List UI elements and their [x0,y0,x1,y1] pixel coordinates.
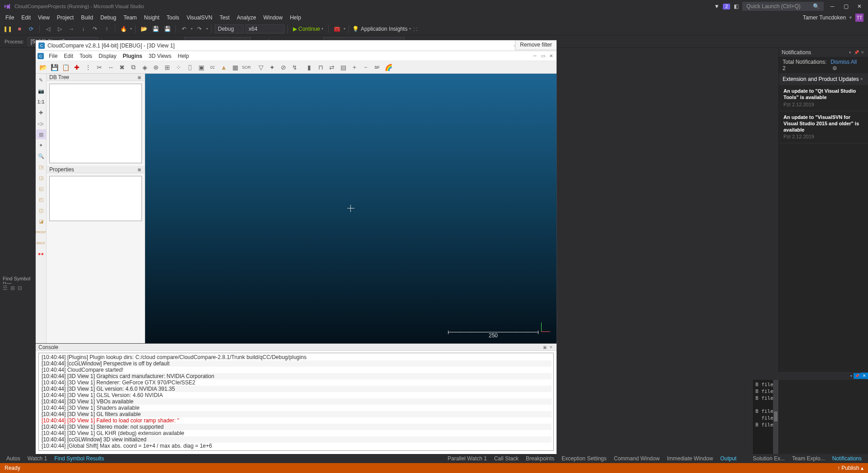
tab-command-window[interactable]: Command Window [610,454,663,463]
tab-watch1[interactable]: Watch 1 [24,454,51,463]
nav-back-button[interactable]: ◁ [43,24,53,34]
cc-scalar-3-icon[interactable]: ⊘ [278,62,289,73]
tab-autos[interactable]: Autos [3,454,24,463]
redo-button[interactable]: ↷ [194,24,204,34]
cc-scalar-4-icon[interactable]: ↯ [289,62,300,73]
console-line[interactable]: [10:40:44] [3D View 1] VBOs available [41,398,552,405]
notif-dropdown-icon[interactable]: ▾ [847,50,853,55]
console-line[interactable]: [10:40:44] [3D View 1] GL filters availa… [41,411,552,417]
output-scroll-thumb[interactable] [774,412,778,421]
solution-platform-dropdown[interactable]: x64 [245,24,284,33]
cc-view-side-icon[interactable]: ◱ [36,184,46,194]
cc-properties-panel[interactable] [49,176,142,221]
menu-view[interactable]: View [34,13,53,22]
cc-console-listbox[interactable]: [10:40:44] [Plugins] Plugin lookup dirs:… [38,353,554,451]
console-line[interactable]: [10:40:44] [3D View 1] Renderer: GeForce… [41,379,552,386]
pause-button[interactable]: ❚❚ [3,24,13,34]
notif-pin-icon[interactable]: 📌 [854,50,859,55]
stop-debug-button[interactable]: ■ [14,24,24,34]
cc-pick-icon[interactable]: ✚ [71,62,82,73]
nav-fwd-button[interactable]: ▷ [55,24,65,34]
cc-refresh-icon[interactable]: ◁⬨ [36,118,46,128]
console-line[interactable]: [10:40:44] [Plugins] Plugin lookup dirs:… [41,354,552,360]
cc-grid-icon[interactable]: ▦ [230,62,241,73]
cc-sor-icon[interactable]: SOR [241,62,252,73]
menu-build[interactable]: Build [77,13,97,22]
notif-dismiss-all-link[interactable]: Dismiss All [830,59,857,65]
menu-file[interactable]: File [2,13,18,22]
cc-center-icon[interactable]: ✦ [36,140,46,150]
cc-flickr-icon[interactable]: ●● [36,249,46,259]
toolbox-button[interactable]: 🧰 [332,24,342,34]
cc-front-label-icon[interactable]: FRONT [36,227,46,237]
cc-3d-viewport[interactable]: 250 [145,74,557,343]
cc-doc-close[interactable]: ✕ [547,53,555,59]
tab-immediate-window[interactable]: Immediate Window [663,454,717,463]
output-close-icon[interactable]: ✕ [861,373,868,379]
solution-config-dropdown[interactable]: Debug [215,24,244,33]
menu-analyze[interactable]: Analyze [233,13,260,22]
cc-menu-3dviews[interactable]: 3D Views [146,52,175,60]
cc-sf-icon[interactable]: SF [372,62,382,73]
cc-props-icon[interactable]: 📋 [60,62,71,73]
cc-view-top-icon[interactable]: ◳ [36,162,46,172]
cc-camera-icon[interactable]: 📷 [36,86,46,96]
console-line[interactable]: [10:40:44] [Global Shift] Max abs. coord… [41,443,552,449]
cc-colorscale-icon[interactable]: 🌈 [383,62,394,73]
console-line[interactable]: [10:40:44] [3D View 1] GL version: 4.6.0… [41,386,552,392]
menu-edit[interactable]: Edit [18,13,34,22]
cc-scalar-2-icon[interactable]: ✦ [267,62,278,73]
user-account[interactable]: Tamer Tuncdoken ▼ TT [803,14,866,22]
cc-back-label-icon[interactable]: BACK [36,238,46,248]
cc-pencil-icon[interactable]: ✎ [36,75,46,85]
app-insights-dropdown[interactable]: Application Insights [361,26,407,32]
output-scrollbar[interactable] [773,380,778,454]
cc-color-icon[interactable]: ◈ [139,62,150,73]
cc-delete-icon[interactable]: ✖ [117,62,127,73]
notif-card-1[interactable]: An update to "VisualSVN for Visual Studi… [779,111,868,144]
restart-button[interactable]: ⟳ [26,24,36,34]
tab-notifications[interactable]: Notifications [829,454,865,463]
tab-exception-settings[interactable]: Exception Settings [558,454,610,463]
ext-dismiss-icon[interactable]: ✕ [859,76,864,82]
console-line[interactable]: [10:40:44] [3D View 1] GL KHR (debug) ex… [41,430,552,436]
menu-project[interactable]: Project [53,13,77,22]
menu-visualsvn[interactable]: VisualSVN [183,13,216,22]
console-line[interactable]: [10:40:44] [3D View 1] GLSL Version: 4.6… [41,392,552,398]
console-line[interactable]: [10:40:44] CloudCompare started! [41,367,552,373]
step-over-button[interactable]: ↷ [90,24,100,34]
restore-button[interactable]: ▢ [841,2,851,10]
cc-db-tree-float-icon[interactable]: ▣ [137,75,142,80]
menu-team[interactable]: Team [120,13,140,22]
cc-stats-icon[interactable]: ⊓ [315,62,326,73]
cc-remove-icon[interactable]: － [360,62,371,73]
save-button[interactable]: 💾 [151,24,160,34]
cc-doc-restore[interactable]: ▭ [539,53,547,59]
cc-translate-icon[interactable]: ↔ [105,62,116,73]
cc-convert-icon[interactable]: ⇄ [326,62,337,73]
cc-sample-icon[interactable]: ⁘ [173,62,184,73]
save-all-button[interactable]: 💾 [162,24,172,34]
cc-label-icon[interactable]: ⌷ [184,62,195,73]
fs-btn-3[interactable]: ⊟ [18,285,22,291]
console-line[interactable]: [10:40:44] [ccGLWindow] Perspective is o… [41,360,552,367]
tab-solution-explorer[interactable]: Solution Ex... [749,454,788,463]
cc-view-iso2-icon[interactable]: ◪ [36,216,46,226]
open-file-button[interactable]: 📂 [139,24,149,34]
cc-clone-icon[interactable]: ⧉ [128,62,139,73]
cc-menu-plugins[interactable]: Plugins [119,52,145,60]
cc-iso1-icon[interactable]: ▥ [36,129,46,139]
cc-gradient-icon[interactable]: ▤ [338,62,349,73]
console-line[interactable]: [10:40:44] [3D View 1] Shaders available [41,405,552,411]
menu-debug[interactable]: Debug [97,13,120,22]
menu-test[interactable]: Test [216,13,233,22]
menu-tools[interactable]: Tools [163,13,183,22]
cc-plus-icon[interactable]: ✚ [36,108,46,118]
cc-menu-edit[interactable]: Edit [61,52,76,60]
cc-db-tree-panel[interactable] [49,84,142,163]
cc-doc-minimize[interactable]: ─ [531,53,538,59]
cc-remove-filter-button[interactable]: Remove filter [515,40,557,50]
feedback-icon[interactable]: ◧ [734,3,739,9]
tab-breakpoints[interactable]: Breakpoints [522,454,558,463]
menu-help[interactable]: Help [286,13,305,22]
